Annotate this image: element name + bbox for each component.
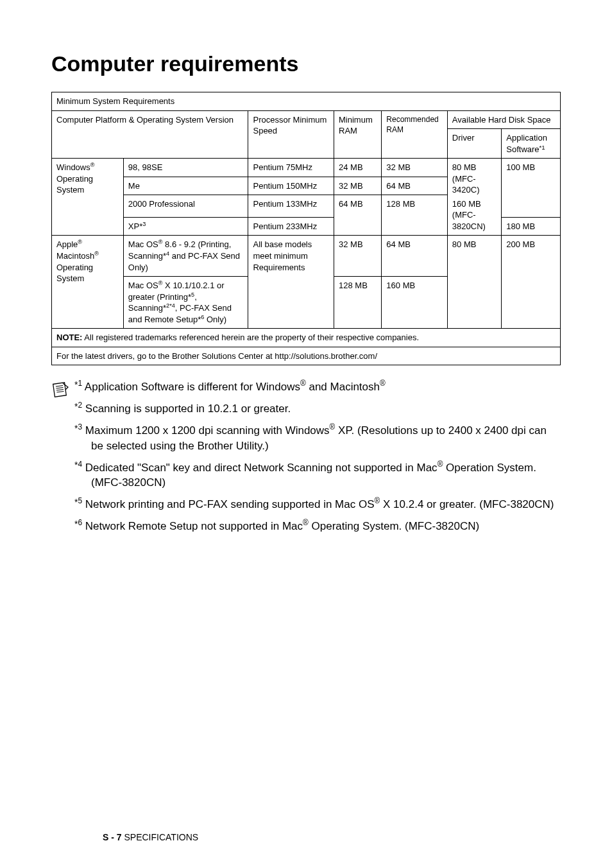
win-group: Windows® Operating System <box>52 159 124 236</box>
mac-os-classic: Mac OS® 8.6 - 9.2 (Printing, Scanning*4 … <box>123 236 248 277</box>
win-rec-98: 32 MB <box>382 159 447 177</box>
mac-min-classic: 32 MB <box>334 236 382 277</box>
svg-line-4 <box>57 392 64 393</box>
win-os-98: 98, 98SE <box>123 159 248 177</box>
trademark-note: NOTE: All registered trademarks referenc… <box>52 329 561 347</box>
footnote-4: *4 Dedicated "Scan" key and direct Netwo… <box>74 460 561 491</box>
win-proc-xp: Pentium 233MHz <box>248 217 334 236</box>
win-os-2000: 2000 Professional <box>123 195 248 218</box>
win-min-me: 32 MB <box>334 177 382 195</box>
footnote-5: *5 Network printing and PC-FAX sending s… <box>74 497 561 512</box>
win-os-me: Me <box>123 177 248 195</box>
mac-min-x: 128 MB <box>334 277 382 329</box>
win-proc-2000: Pentium 133MHz <box>248 195 334 218</box>
col-driver: Driver <box>447 129 501 159</box>
win-proc-me: Pentium 150MHz <box>248 177 334 195</box>
footnotes: *1 Application Software is different for… <box>74 379 561 540</box>
win-app-space-a: 100 MB <box>502 159 561 218</box>
col-hdd: Available Hard Disk Space <box>447 110 560 129</box>
requirements-table: Minimum System Requirements Computer Pla… <box>51 92 561 365</box>
page-title: Computer requirements <box>51 51 561 76</box>
footnote-2: *2 Scanning is supported in 10.2.1 or gr… <box>74 401 561 417</box>
svg-line-3 <box>56 390 64 391</box>
mac-group: Apple® Macintosh® Operating System <box>52 236 124 329</box>
page-footer: S - 7 SPECIFICATIONS <box>103 832 198 842</box>
mac-rec-x: 160 MB <box>382 277 447 329</box>
win-proc-98: Pentium 75MHz <box>248 159 334 177</box>
footnote-6: *6 Network Remote Setup not supported in… <box>74 519 561 534</box>
col-min-ram: Minimum RAM <box>334 110 382 159</box>
mac-driver-space: 80 MB <box>447 236 501 329</box>
win-rec-2000xp: 128 MB <box>382 195 447 236</box>
col-app-software: Application Software*1 <box>502 129 561 159</box>
footnote-3: *3 Maximum 1200 x 1200 dpi scanning with… <box>74 423 561 454</box>
col-processor: Processor Minimum Speed <box>248 110 334 159</box>
win-driver-space: 80 MB (MFC-3420C) 160 MB (MFC-3820CN) <box>447 159 501 236</box>
mac-proc: All base models meet minimum Requirement… <box>248 236 334 329</box>
mac-os-x: Mac OS® X 10.1/10.2.1 or greater (Printi… <box>123 277 248 329</box>
mac-app-space: 200 MB <box>502 236 561 329</box>
table-caption: Minimum System Requirements <box>52 92 561 111</box>
win-min-98: 24 MB <box>334 159 382 177</box>
col-rec-ram: Recommended RAM <box>382 110 447 159</box>
latest-drivers-note: For the latest drivers, go to the Brothe… <box>52 347 561 365</box>
win-rec-me: 64 MB <box>382 177 447 195</box>
mac-rec-classic: 64 MB <box>382 236 447 277</box>
svg-line-2 <box>56 388 64 389</box>
svg-line-1 <box>56 386 63 387</box>
win-app-space-b: 180 MB <box>502 217 561 236</box>
col-platform: Computer Platform & Operating System Ver… <box>52 110 248 159</box>
win-min-2000xp: 64 MB <box>334 195 382 236</box>
win-os-xp: XP*3 <box>123 217 248 236</box>
footnote-1: *1 Application Software is different for… <box>74 379 561 395</box>
note-icon <box>51 381 69 401</box>
